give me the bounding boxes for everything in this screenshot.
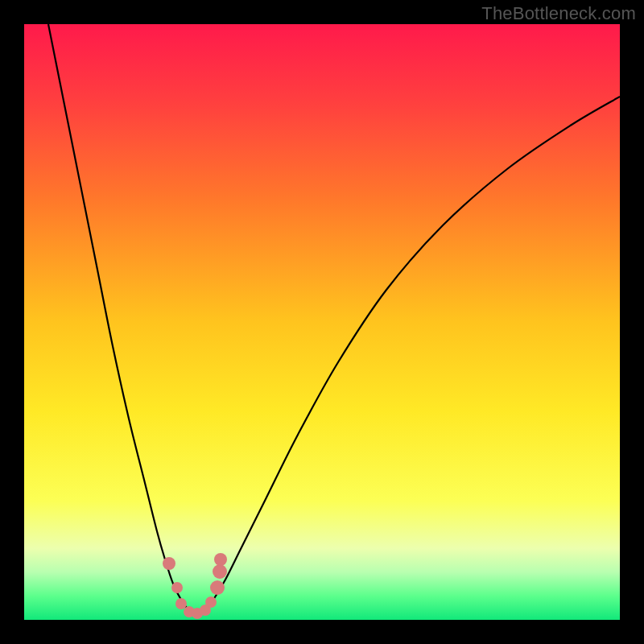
marker-dot: [171, 582, 183, 593]
gradient-background: [24, 24, 620, 620]
marker-dot: [163, 557, 175, 570]
marker-dot: [213, 564, 227, 579]
plot-area: [24, 24, 620, 620]
marker-dot: [210, 580, 225, 595]
watermark-text: TheBottleneck.com: [481, 3, 636, 24]
marker-dot: [175, 598, 187, 609]
marker-dot: [214, 553, 227, 566]
marker-dot: [205, 597, 217, 608]
chart-svg: [24, 24, 620, 620]
